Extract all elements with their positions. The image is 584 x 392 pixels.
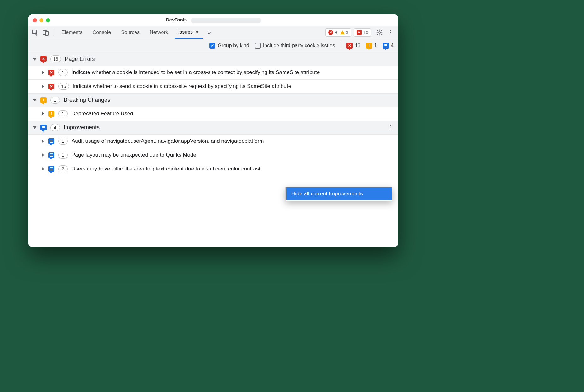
issue-count-badge: 1 [58, 152, 68, 159]
toggle-device-toolbar-icon[interactable] [42, 28, 50, 37]
error-square-icon: ✕ [357, 30, 362, 35]
issues-list: 16 Page Errors 1 Indicate whether a cook… [28, 52, 398, 176]
issue-row[interactable]: 1 Indicate whether a cookie is intended … [28, 66, 398, 80]
checkbox-icon [255, 43, 261, 49]
kebab-menu-icon[interactable]: ⋮ [386, 28, 394, 37]
issue-message: Users may have difficulties reading text… [72, 165, 394, 173]
expand-triangle-icon [33, 126, 37, 129]
checkbox-label: Include third-party cookie issues [263, 43, 335, 49]
group-kebab-icon[interactable]: ⋮ [387, 124, 394, 131]
warning-count: 3 [346, 30, 348, 35]
checkbox-label: Group by kind [218, 43, 249, 49]
counter-value: 16 [355, 43, 360, 49]
error-speech-icon [48, 70, 54, 75]
info-speech-icon [48, 152, 54, 158]
console-counter-errors-warnings[interactable]: ✕ 9 3 [325, 28, 352, 37]
window-title-text: DevTools [166, 17, 187, 22]
titlebar: DevTools [28, 14, 398, 26]
group-count-badge: 4 [50, 124, 60, 131]
window-title: DevTools [28, 17, 398, 23]
error-circle-icon: ✕ [328, 30, 333, 35]
tab-label: Network [150, 30, 168, 35]
issue-row[interactable]: 1 Page layout may be unexpected due to Q… [28, 148, 398, 162]
group-header-improvements[interactable]: 4 Improvements ⋮ [28, 121, 398, 135]
tab-sources[interactable]: Sources [117, 26, 143, 39]
error-speech-icon [346, 43, 353, 49]
toolbar-divider [341, 42, 341, 49]
inspect-element-icon[interactable] [31, 28, 39, 37]
issues-info-counter[interactable]: 4 [383, 43, 394, 49]
menu-item-hide-improvements[interactable]: Hide all current Improvements [286, 187, 392, 200]
group-header-page-errors[interactable]: 16 Page Errors [28, 52, 398, 66]
tab-label: Console [93, 30, 111, 35]
info-speech-icon [48, 138, 54, 144]
warning-speech-icon [40, 97, 47, 103]
collapse-triangle-icon [42, 153, 44, 157]
info-speech-icon [48, 166, 54, 172]
close-tab-icon[interactable]: ✕ [195, 29, 199, 35]
collapse-triangle-icon [42, 71, 44, 74]
more-tabs-icon[interactable]: » [205, 28, 213, 37]
issue-message: Page layout may be unexpected due to Qui… [72, 152, 394, 159]
counter-value: 4 [391, 43, 394, 49]
window-title-obscured [191, 18, 261, 23]
error-speech-icon [40, 56, 47, 62]
issue-count-badge: 2 [58, 165, 68, 172]
issue-message: Deprecated Feature Used [72, 110, 394, 118]
tab-label: Elements [61, 30, 83, 35]
context-menu: Hide all current Improvements [285, 187, 392, 201]
info-speech-icon [383, 43, 389, 49]
counter-value: 1 [374, 43, 377, 49]
issue-row[interactable]: 2 Users may have difficulties reading te… [28, 162, 398, 176]
issue-count-badge: 1 [58, 138, 68, 145]
issues-count: 16 [363, 30, 368, 35]
group-header-breaking-changes[interactable]: 1 Breaking Changes [28, 94, 398, 107]
issue-message: Audit usage of navigator.userAgent, navi… [72, 138, 394, 145]
collapse-triangle-icon [42, 112, 44, 116]
expand-triangle-icon [33, 58, 37, 61]
issue-message: Indicate whether a cookie is intended to… [72, 69, 394, 76]
issues-warning-counter[interactable]: 1 [366, 43, 377, 49]
group-title: Improvements [64, 124, 100, 131]
issue-count-badge: 15 [58, 83, 69, 90]
error-count: 9 [335, 30, 337, 35]
group-title: Breaking Changes [64, 97, 110, 103]
warning-triangle-icon [340, 30, 345, 34]
issue-row[interactable]: 1 Audit usage of navigator.userAgent, na… [28, 135, 398, 148]
menu-item-label: Hide all current Improvements [291, 191, 363, 197]
tab-issues[interactable]: Issues ✕ [175, 26, 203, 39]
tabbar-divider [53, 29, 53, 36]
warning-speech-icon [366, 43, 372, 49]
issues-error-counter[interactable]: 16 [346, 43, 360, 49]
tab-console[interactable]: Console [89, 26, 115, 39]
tab-elements[interactable]: Elements [58, 26, 86, 39]
issue-count-badge: 1 [58, 69, 68, 76]
svg-point-3 [379, 32, 381, 33]
issue-row[interactable]: 1 Deprecated Feature Used [28, 107, 398, 121]
devtools-tabbar: Elements Console Sources Network Issues … [28, 26, 398, 39]
tab-label: Issues [178, 29, 193, 35]
svg-rect-2 [45, 31, 48, 35]
group-count-badge: 16 [50, 55, 61, 62]
issue-row[interactable]: 15 Indicate whether to send a cookie in … [28, 80, 398, 94]
tab-label: Sources [121, 30, 140, 35]
tab-network[interactable]: Network [146, 26, 172, 39]
devtools-window: DevTools Elements Console Sources Networ… [28, 14, 398, 247]
issues-toolbar: Group by kind Include third-party cookie… [28, 39, 398, 52]
group-by-kind-checkbox[interactable]: Group by kind [209, 43, 249, 49]
collapse-triangle-icon [42, 167, 44, 171]
expand-triangle-icon [33, 99, 37, 101]
group-count-badge: 1 [50, 97, 60, 104]
info-speech-icon [40, 125, 47, 130]
checkbox-icon [209, 43, 215, 49]
issue-message: Indicate whether to send a cookie in a c… [73, 83, 394, 90]
collapse-triangle-icon [42, 84, 44, 88]
issues-counter[interactable]: ✕ 16 [354, 28, 371, 37]
error-speech-icon [48, 84, 54, 89]
include-third-party-checkbox[interactable]: Include third-party cookie issues [255, 43, 335, 49]
group-title: Page Errors [65, 56, 95, 62]
collapse-triangle-icon [42, 139, 44, 143]
issue-count-badge: 1 [58, 110, 68, 117]
warning-speech-icon [48, 111, 54, 117]
settings-gear-icon[interactable] [375, 28, 384, 37]
